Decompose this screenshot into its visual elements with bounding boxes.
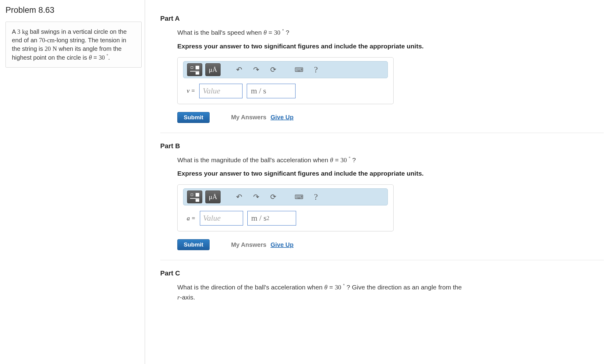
part-b-answer-widget: μÅ ↶ ↷ ⟳ ⌨ ? a = Value m / s2 <box>177 184 394 231</box>
part-a-qmark: ? <box>286 29 289 36</box>
part-c-question: What is the direction of the ball's acce… <box>177 282 604 302</box>
part-b-question: What is the magnitude of the ball's acce… <box>177 155 604 165</box>
raxis-var: r <box>177 294 180 301</box>
undo-button[interactable]: ↶ <box>232 64 246 76</box>
part-b-question-text: What is the magnitude of the ball's acce… <box>177 156 330 163</box>
part-a-var-label: v = <box>187 87 195 94</box>
theta-value: 30 <box>99 54 105 61</box>
part-b-value-input[interactable]: Value <box>200 211 243 226</box>
string-length: 70-cm <box>39 37 55 44</box>
keyboard-button[interactable]: ⌨ <box>292 64 306 76</box>
undo-icon: ↶ <box>236 65 242 74</box>
part-c-body: What is the direction of the ball's acce… <box>160 282 604 302</box>
redo-icon: ↷ <box>253 193 259 201</box>
templates-button[interactable] <box>187 63 202 76</box>
part-a-input-row: v = Value m / s <box>178 84 393 98</box>
part-b-var-label: a = <box>187 215 196 222</box>
part-b-units-input[interactable]: m / s2 <box>247 211 296 226</box>
my-answers-link[interactable]: My Answers <box>231 114 266 121</box>
part-b-body: What is the magnitude of the ball's acce… <box>160 155 604 250</box>
mass-value: 3 <box>17 28 20 35</box>
help-icon: ? <box>314 65 318 75</box>
degree-symbol: ° <box>107 53 108 58</box>
part-c-question-text: What is the direction of the ball's acce… <box>177 284 324 291</box>
symbols-button[interactable]: μÅ <box>205 63 221 76</box>
part-b-qmark: ? <box>352 156 356 163</box>
part-b-toolbar: μÅ ↶ ↷ ⟳ ⌨ ? <box>183 188 388 205</box>
symbols-label: μÅ <box>209 66 217 74</box>
part-b-answers-group: My Answers Give Up <box>231 241 293 248</box>
keyboard-button[interactable]: ⌨ <box>292 191 306 203</box>
part-b-heading: Part B <box>160 142 604 150</box>
help-button[interactable]: ? <box>309 191 323 203</box>
redo-button[interactable]: ↷ <box>249 64 263 76</box>
undo-button[interactable]: ↶ <box>232 191 246 203</box>
part-a-units-input[interactable]: m / s <box>247 84 296 98</box>
problem-statement: A 3 kg ball swings in a vertical circle … <box>5 22 142 68</box>
part-b-actions: Submit My Answers Give Up <box>177 239 604 250</box>
part-b-submit-button[interactable]: Submit <box>177 239 210 250</box>
symbols-label: μÅ <box>209 193 217 201</box>
part-a-actions: Submit My Answers Give Up <box>177 112 604 123</box>
separator <box>160 260 604 260</box>
part-a-answer-widget: μÅ ↶ ↷ ⟳ ⌨ ? v = Value m / s <box>177 57 394 104</box>
raxis-tail: -axis. <box>180 294 195 301</box>
help-button[interactable]: ? <box>309 64 323 76</box>
part-a-value-input[interactable]: Value <box>199 84 243 98</box>
problem-title: Problem 8.63 <box>5 5 142 15</box>
redo-icon: ↷ <box>253 65 259 74</box>
part-c-heading: Part C <box>160 269 604 277</box>
keyboard-icon: ⌨ <box>295 66 303 73</box>
part-c-tail: ? Give the direction as an angle from th… <box>346 284 462 291</box>
templates-icon <box>190 66 199 74</box>
keyboard-icon: ⌨ <box>295 193 303 201</box>
give-up-link[interactable]: Give Up <box>271 114 294 121</box>
give-up-link[interactable]: Give Up <box>271 241 294 248</box>
separator <box>160 133 604 133</box>
templates-button[interactable] <box>187 191 202 203</box>
reset-icon: ⟳ <box>270 65 276 74</box>
problem-pane: Problem 8.63 A 3 kg ball swings in a ver… <box>0 0 145 364</box>
mass-unit: kg <box>22 28 28 35</box>
symbols-button[interactable]: μÅ <box>205 191 221 203</box>
part-a-answers-group: My Answers Give Up <box>231 114 293 121</box>
redo-button[interactable]: ↷ <box>249 191 263 203</box>
help-icon: ? <box>314 192 318 202</box>
part-b-input-row: a = Value m / s2 <box>178 211 393 226</box>
reset-button[interactable]: ⟳ <box>266 64 280 76</box>
reset-button[interactable]: ⟳ <box>266 191 280 203</box>
tension-value: 20 <box>45 45 51 52</box>
reset-icon: ⟳ <box>270 193 276 201</box>
undo-icon: ↶ <box>236 193 242 201</box>
part-b-instruction: Express your answer to two significant f… <box>177 170 604 177</box>
part-a-instruction: Express your answer to two significant f… <box>177 43 604 50</box>
part-a-heading: Part A <box>160 15 604 23</box>
part-a-body: What is the ball's speed when θ = 30 ° ?… <box>160 27 604 123</box>
part-a-question: What is the ball's speed when θ = 30 ° ? <box>177 27 604 38</box>
part-a-submit-button[interactable]: Submit <box>177 112 210 123</box>
templates-icon <box>190 193 199 201</box>
my-answers-link[interactable]: My Answers <box>231 241 266 248</box>
page-layout: Problem 8.63 A 3 kg ball swings in a ver… <box>0 0 616 364</box>
tension-unit: N <box>52 45 57 52</box>
part-a-toolbar: μÅ ↶ ↷ ⟳ ⌨ ? <box>183 61 388 78</box>
part-a-question-text: What is the ball's speed when <box>177 29 264 36</box>
answer-pane: Part A What is the ball's speed when θ =… <box>145 0 616 364</box>
